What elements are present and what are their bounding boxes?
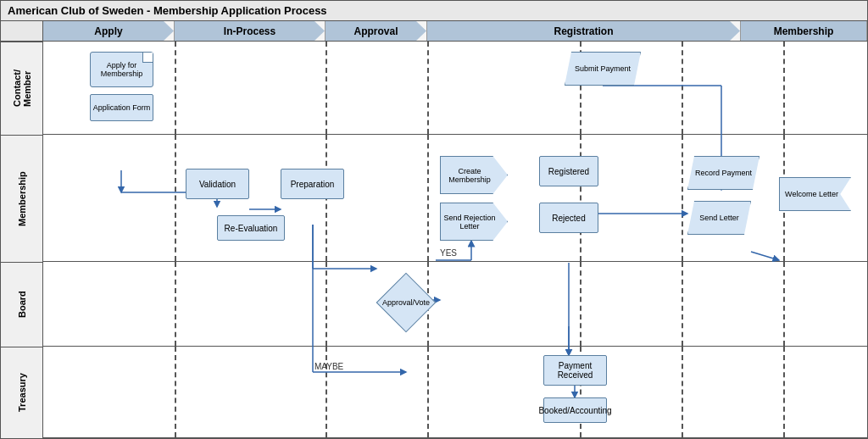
application-form-shape: Application Form xyxy=(90,94,153,121)
lane-treasury: Payment Received Booked/Accounting xyxy=(43,347,867,438)
rejected-shape: Rejected xyxy=(539,203,598,233)
send-rejection-shape: Send Rejection Letter xyxy=(440,203,508,241)
lane-label-membership: Membership xyxy=(1,135,42,262)
submit-payment-shape: Submit Payment xyxy=(565,52,641,86)
registered-shape: Registered xyxy=(539,156,598,186)
create-membership-label: Create Membership xyxy=(441,167,498,184)
rejected-label: Rejected xyxy=(552,214,585,223)
create-membership-shape: Create Membership xyxy=(440,156,508,194)
lane-label-treasury: Treasury xyxy=(1,347,42,438)
lane-label-board: Board xyxy=(1,262,42,347)
record-payment-label: Record Payment xyxy=(695,169,752,177)
record-payment-shape: Record Payment xyxy=(687,156,760,190)
phase-apply: Apply xyxy=(43,21,175,41)
submit-payment-label: Submit Payment xyxy=(575,64,631,73)
send-rejection-label: Send Rejection Letter xyxy=(441,214,498,231)
title-bar: American Club of Sweden - Membership App… xyxy=(1,1,867,21)
diagram-area: Contact/Member Membership Board Treasury… xyxy=(1,21,867,438)
phase-in-process: In-Process xyxy=(175,21,326,41)
payment-received-shape: Payment Received xyxy=(543,355,607,386)
approval-vote-shape: Approval/Vote xyxy=(376,277,436,328)
send-letter-label: Send Letter xyxy=(699,214,739,222)
preparation-label: Preparation xyxy=(291,180,335,189)
main-container: American Club of Sweden - Membership App… xyxy=(0,0,868,439)
application-form-label: Application Form xyxy=(93,103,151,112)
validation-label: Validation xyxy=(199,180,236,189)
lane-labels: Contact/Member Membership Board Treasury xyxy=(1,21,43,438)
lane-board: Approval/Vote xyxy=(43,262,867,347)
lanes-container: Apply for Membership Application Form xyxy=(43,42,867,438)
phase-registration: Registration xyxy=(427,21,741,41)
phase-membership: Membership xyxy=(741,21,867,41)
lane-label-contact: Contact/Member xyxy=(1,42,42,135)
diagram-content: Apply In-Process Approval Registration xyxy=(43,21,867,438)
re-evaluation-label: Re-Evaluation xyxy=(225,224,278,233)
payment-received-label: Payment Received xyxy=(544,361,606,380)
welcome-letter-label: Welcome Letter xyxy=(785,190,838,198)
send-letter-shape: Send Letter xyxy=(687,201,751,235)
welcome-letter-shape: Welcome Letter xyxy=(779,177,851,211)
registered-label: Registered xyxy=(548,167,589,176)
phase-headers: Apply In-Process Approval Registration xyxy=(43,21,867,42)
lane-membership: Validation Preparation Re-Evaluation xyxy=(43,135,867,262)
phase-approval: Approval xyxy=(326,21,427,41)
apply-for-membership-label: Apply for Membership xyxy=(91,61,153,78)
re-evaluation-shape: Re-Evaluation xyxy=(217,215,285,241)
booked-accounting-shape: Booked/Accounting xyxy=(543,397,607,423)
apply-for-membership-shape: Apply for Membership xyxy=(90,52,153,87)
lane-contact: Apply for Membership Application Form xyxy=(43,42,867,135)
page-title: American Club of Sweden - Membership App… xyxy=(8,4,327,17)
preparation-shape: Preparation xyxy=(281,169,344,199)
validation-shape: Validation xyxy=(186,169,249,199)
approval-vote-label: Approval/Vote xyxy=(382,298,430,307)
booked-accounting-label: Booked/Accounting xyxy=(538,406,611,415)
